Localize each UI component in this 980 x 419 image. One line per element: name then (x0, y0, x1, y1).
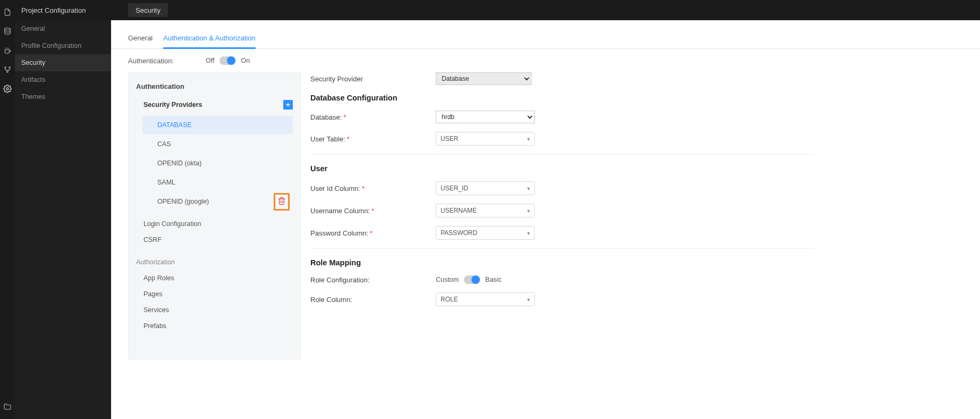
username-value: USERNAME (441, 207, 477, 214)
sidebar-item-label: Security (21, 59, 45, 66)
provider-label: OPENID (google) (157, 198, 209, 205)
panel-row: Authentication Security Providers DATABA… (128, 72, 963, 359)
provider-label: OPENID (okta) (157, 160, 201, 167)
trash-icon (277, 197, 286, 205)
user-table-combo[interactable]: USER ▾ (436, 132, 535, 146)
svg-point-1 (5, 67, 6, 69)
left-panel: Authentication Security Providers DATABA… (128, 72, 301, 359)
role-column-label: Role Column: (310, 296, 436, 304)
tab-general[interactable]: General (128, 30, 153, 48)
sidebar-item-general[interactable]: General (15, 20, 111, 37)
role-column-combo[interactable]: ROLE ▾ (436, 292, 535, 306)
topbar-tab-security[interactable]: Security (128, 3, 168, 17)
lp-csrf[interactable]: CSRF (136, 232, 293, 248)
svg-point-4 (6, 88, 9, 90)
sidebar-item-themes[interactable]: Themes (15, 88, 111, 105)
provider-item-database[interactable]: DATABASE (142, 116, 293, 134)
icon-rail (0, 0, 15, 419)
role-config-label: Role Configuration: (310, 276, 436, 284)
userid-combo[interactable]: USER_ID ▾ (436, 181, 535, 195)
user-table-value: USER (441, 135, 458, 143)
sidebar-item-label: Profile Configuration (21, 42, 81, 49)
sidebar-item-security[interactable]: Security (15, 54, 111, 71)
sidebar-item-profile-configuration[interactable]: Profile Configuration (15, 37, 111, 54)
username-label: Username Column:* (310, 207, 436, 215)
main: Security General Authentication & Author… (111, 0, 980, 419)
cup-icon[interactable] (3, 46, 12, 55)
role-mapping-title: Role Mapping (310, 258, 814, 267)
userid-value: USER_ID (441, 185, 468, 192)
security-provider-label: Security Provider (310, 75, 436, 83)
db-config-title: Database Configuration (310, 94, 814, 102)
auth-toggle-label: Authentication: (128, 57, 174, 65)
tabs: General Authentication & Authorization (111, 30, 980, 49)
user-table-label: User Table:* (310, 135, 436, 143)
provider-list: DATABASE CAS OPENID (okta) SAML OPENID ( (136, 116, 293, 211)
provider-item-openid-okta[interactable]: OPENID (okta) (142, 154, 293, 172)
provider-label: SAML (157, 179, 175, 186)
file-icon[interactable] (3, 7, 12, 17)
provider-item-cas[interactable]: CAS (142, 135, 293, 153)
svg-point-0 (5, 28, 11, 30)
app-root: Project Configuration General Profile Co… (0, 0, 980, 419)
delete-provider-highlight (274, 193, 290, 211)
role-config-toggle-wrap: Custom Basic (436, 275, 502, 284)
provider-label: CAS (157, 140, 171, 148)
sidebar: Project Configuration General Profile Co… (15, 0, 111, 419)
add-provider-button[interactable] (283, 100, 293, 110)
right-panel: Security Provider Database Database Conf… (310, 72, 963, 359)
svg-point-2 (9, 67, 11, 69)
password-value: PASSWORD (441, 229, 477, 237)
security-provider-select[interactable]: Database (436, 72, 531, 85)
content: General Authentication & Authorization A… (111, 20, 980, 419)
username-combo[interactable]: USERNAME ▾ (436, 204, 535, 217)
role-basic-label: Basic (485, 276, 502, 283)
toggle-on-label: On (241, 57, 250, 64)
lp-security-providers-label: Security Providers (143, 101, 202, 108)
folder-icon[interactable] (3, 402, 12, 412)
gear-icon[interactable] (3, 84, 12, 94)
userid-label: User Id Column:* (310, 185, 436, 192)
toggle-off-label: Off (206, 57, 214, 64)
role-config-toggle[interactable] (464, 275, 480, 284)
auth-toggle-switch[interactable] (219, 56, 235, 65)
database-label: Database:* (310, 113, 436, 121)
auth-toggle-row: Authentication: Off On (128, 56, 980, 65)
database-icon[interactable] (3, 27, 12, 36)
lp-pages[interactable]: Pages (136, 286, 293, 302)
branch-icon[interactable] (3, 65, 12, 74)
lp-authorization-heading: Authorization (136, 258, 293, 266)
sidebar-item-label: Artifacts (21, 76, 45, 83)
lp-app-roles[interactable]: App Roles (136, 270, 293, 286)
svg-point-3 (7, 71, 9, 73)
lp-prefabs[interactable]: Prefabs (136, 318, 293, 334)
database-select[interactable]: hrdb (436, 111, 535, 123)
tab-auth[interactable]: Authentication & Authorization (163, 30, 255, 49)
topbar: Security (111, 0, 980, 20)
lp-login-config[interactable]: Login Configuration (136, 216, 293, 232)
password-combo[interactable]: PASSWORD ▾ (436, 226, 535, 240)
provider-item-openid-google[interactable]: OPENID (google) (142, 192, 293, 211)
lp-security-providers-heading: Security Providers (136, 98, 293, 115)
lp-services[interactable]: Services (136, 302, 293, 318)
role-custom-label: Custom (436, 276, 459, 283)
provider-label: DATABASE (157, 121, 192, 129)
sidebar-item-label: General (21, 25, 45, 32)
chevron-down-icon: ▾ (527, 230, 530, 236)
sidebar-item-artifacts[interactable]: Artifacts (15, 71, 111, 88)
auth-toggle: Off On (206, 56, 250, 65)
role-column-value: ROLE (441, 296, 458, 303)
sidebar-title: Project Configuration (15, 0, 111, 20)
password-label: Password Column:* (310, 229, 436, 237)
plus-icon (285, 102, 291, 108)
chevron-down-icon: ▾ (527, 208, 530, 214)
chevron-down-icon: ▾ (527, 297, 530, 303)
chevron-down-icon: ▾ (527, 136, 530, 142)
delete-provider-button[interactable] (277, 197, 286, 207)
provider-item-saml[interactable]: SAML (142, 173, 293, 191)
user-title: User (310, 164, 814, 173)
chevron-down-icon: ▾ (527, 186, 530, 191)
sidebar-item-label: Themes (21, 93, 45, 100)
lp-heading-authentication: Authentication (136, 82, 293, 90)
